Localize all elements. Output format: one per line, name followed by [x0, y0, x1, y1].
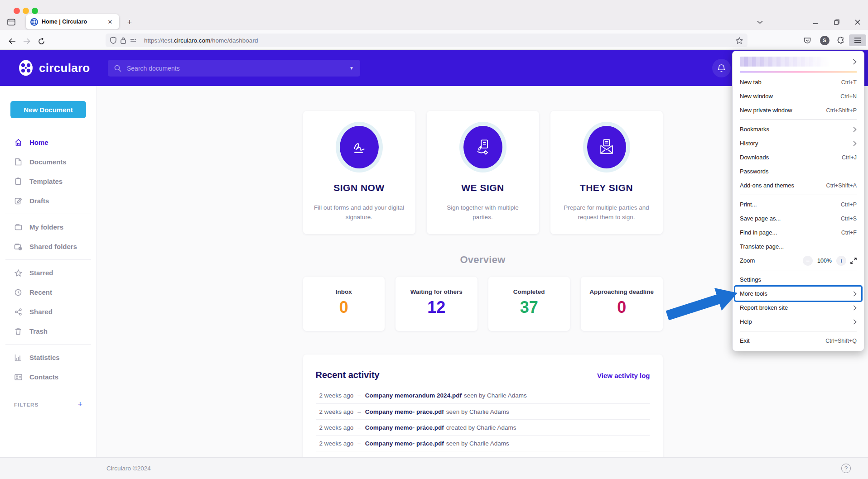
menu-shortcut: Ctrl+P — [841, 201, 857, 208]
firefox-view-icon[interactable] — [5, 16, 17, 28]
activity-separator: – — [357, 424, 361, 431]
stat-waiting-for-others[interactable]: Waiting for others 12 — [395, 277, 477, 331]
activity-file-link[interactable]: Company memorandum 2024.pdf — [365, 392, 462, 399]
stat-approaching-deadline[interactable]: Approaching deadline 0 — [581, 277, 663, 331]
new-tab-button[interactable]: + — [124, 17, 135, 28]
sidebar-item-shared-folders[interactable]: Shared folders — [0, 237, 96, 256]
window-restore-button[interactable] — [830, 16, 843, 28]
menu-shortcut: Ctrl+T — [841, 79, 857, 86]
menu-item-passwords[interactable]: Passwords — [735, 164, 861, 178]
bookmark-star-icon[interactable] — [736, 37, 743, 44]
menu-account-row[interactable] — [735, 54, 861, 69]
menu-item-translate-page[interactable]: Translate page... — [735, 240, 861, 254]
app-footer: Circularo ©2024 ? — [0, 457, 868, 479]
pocket-icon[interactable] — [801, 34, 814, 46]
permissions-icon[interactable] — [130, 38, 136, 43]
list-all-tabs-icon[interactable] — [754, 17, 766, 27]
menu-item-more-tools[interactable]: More tools — [735, 287, 861, 301]
menu-item-exit[interactable]: ExitCtrl+Shift+Q — [735, 334, 861, 348]
forward-icon[interactable] — [21, 35, 33, 47]
tab-close-icon[interactable]: ✕ — [106, 17, 115, 26]
circularo-logo[interactable]: circularo — [17, 59, 90, 77]
menu-item-downloads[interactable]: DownloadsCtrl+J — [735, 150, 861, 164]
view-activity-log-link[interactable]: View activity log — [597, 372, 650, 379]
menu-item-find-in-page[interactable]: Find in page...Ctrl+F — [735, 225, 861, 240]
account-badge[interactable]: S — [818, 34, 831, 46]
activity-file-link[interactable]: Company memo- práce.pdf — [365, 408, 444, 415]
activity-file-link[interactable]: Company memo- práce.pdf — [365, 440, 444, 447]
macos-zoom-button[interactable] — [32, 8, 38, 14]
sidebar-item-shared[interactable]: Shared — [0, 302, 96, 321]
menu-item-addons-themes[interactable]: Add-ons and themesCtrl+Shift+A — [735, 178, 861, 192]
window-minimize-button[interactable] — [809, 16, 822, 28]
menu-item-new-tab[interactable]: New tabCtrl+T — [735, 75, 861, 89]
notifications-bell-icon[interactable] — [712, 59, 731, 77]
sidebar-item-documents[interactable]: Documents — [0, 152, 96, 172]
icon-halo — [583, 122, 630, 172]
activity-row[interactable]: 2 weeks ago – Company memo- práce.pdf se… — [316, 435, 650, 451]
menu-shortcut: Ctrl+S — [841, 216, 857, 222]
back-icon[interactable] — [6, 35, 18, 47]
sidebar-item-contacts[interactable]: Contacts — [0, 367, 96, 387]
activity-time: 2 weeks ago — [319, 440, 354, 447]
macos-minimize-button[interactable] — [23, 8, 29, 14]
extensions-icon[interactable] — [834, 34, 847, 46]
window-close-button[interactable] — [851, 16, 864, 28]
menu-item-history[interactable]: History — [735, 136, 861, 150]
activity-row[interactable]: 2 weeks ago – Company memo- práce.pdf se… — [316, 403, 650, 419]
sidebar-item-my-folders[interactable]: My folders — [0, 217, 96, 237]
macos-close-button[interactable] — [14, 8, 20, 14]
lock-icon[interactable] — [121, 37, 126, 44]
trash-icon — [14, 327, 22, 335]
sidebar-item-drafts[interactable]: Drafts — [0, 191, 96, 211]
menu-item-settings[interactable]: Settings — [735, 273, 861, 287]
sidebar-item-statistics[interactable]: Statistics — [0, 348, 96, 367]
sidebar-item-templates[interactable]: Templates — [0, 172, 96, 191]
menu-item-save-page-as[interactable]: Save page as...Ctrl+S — [735, 211, 861, 225]
menu-divider — [740, 120, 857, 120]
sidebar-item-recent[interactable]: Recent — [0, 283, 96, 302]
icon-halo — [459, 122, 506, 172]
new-document-button[interactable]: New Document — [10, 101, 86, 118]
document-search-bar[interactable]: ▼ — [108, 60, 360, 77]
overview-stats: Inbox 0 Waiting for others 12 Completed … — [303, 277, 663, 331]
fullscreen-icon[interactable] — [850, 258, 857, 264]
add-filter-icon[interactable]: + — [77, 400, 82, 409]
search-scope-caret-icon[interactable]: ▼ — [349, 66, 354, 71]
help-icon[interactable]: ? — [841, 464, 851, 473]
sidebar-item-home[interactable]: Home — [0, 133, 96, 152]
menu-hamburger-icon[interactable] — [849, 34, 866, 46]
search-input[interactable] — [126, 64, 349, 72]
sidebar-item-label: Templates — [29, 177, 63, 185]
sign-now-card[interactable]: SIGN NOW Fill out forms and add your dig… — [303, 111, 415, 234]
sidebar-item-trash[interactable]: Trash — [0, 321, 96, 341]
activity-row[interactable]: 2 weeks ago – Company memo- práce.pdf cr… — [316, 419, 650, 435]
reload-icon[interactable] — [35, 35, 47, 47]
menu-divider — [740, 195, 857, 195]
browser-tab[interactable]: Home | Circularo ✕ — [26, 14, 119, 29]
menu-item-report-broken-site[interactable]: Report broken site — [735, 301, 861, 315]
menu-item-bookmarks[interactable]: Bookmarks — [735, 122, 861, 136]
sidebar-item-label: Shared — [29, 308, 53, 316]
tracking-shield-icon[interactable] — [110, 37, 116, 44]
they-sign-card[interactable]: THEY SIGN Prepare for multiple parties a… — [550, 111, 663, 234]
menu-item-new-private-window[interactable]: New private windowCtrl+Shift+P — [735, 103, 861, 117]
menu-item-help[interactable]: Help — [735, 315, 861, 329]
zoom-in-button[interactable]: + — [836, 256, 846, 266]
url-bar[interactable]: https://test.circularo.com/home/dashboar… — [106, 34, 747, 47]
menu-item-print[interactable]: Print...Ctrl+P — [735, 197, 861, 211]
card-description: Sign together with multiple parties. — [438, 203, 528, 222]
menu-item-new-window[interactable]: New windowCtrl+N — [735, 89, 861, 103]
stat-completed[interactable]: Completed 37 — [488, 277, 570, 331]
zoom-level[interactable]: 100% — [817, 258, 832, 264]
stat-inbox[interactable]: Inbox 0 — [303, 277, 385, 331]
sidebar-item-starred[interactable]: Starred — [0, 263, 96, 283]
zoom-out-button[interactable]: − — [803, 256, 813, 266]
we-sign-card[interactable]: WE SIGN Sign together with multiple part… — [427, 111, 539, 234]
sidebar-divider — [5, 214, 91, 214]
activity-row[interactable]: 2 weeks ago – Company memorandum 2024.pd… — [316, 388, 650, 403]
menu-item-zoom: Zoom − 100% + — [735, 254, 861, 268]
activity-file-link[interactable]: Company memo- práce.pdf — [365, 424, 444, 431]
contact-card-icon — [14, 373, 22, 381]
hand-sign-icon — [463, 126, 502, 168]
